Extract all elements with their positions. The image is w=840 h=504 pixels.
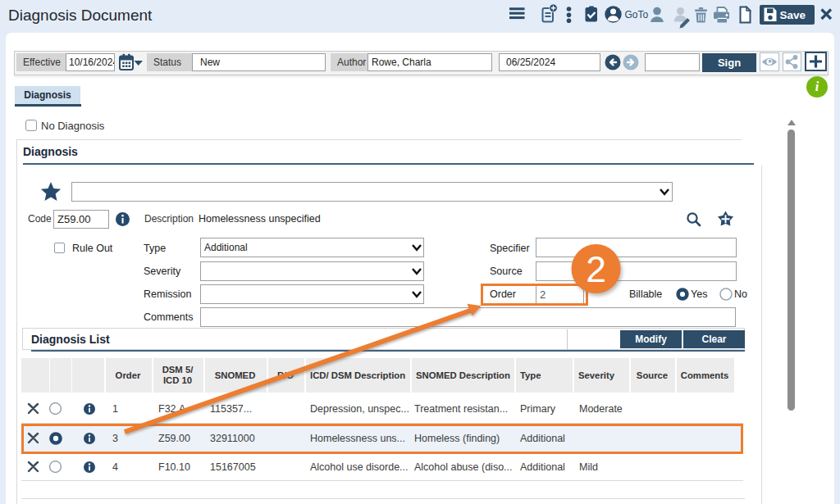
- svg-text:2: 2: [586, 249, 606, 289]
